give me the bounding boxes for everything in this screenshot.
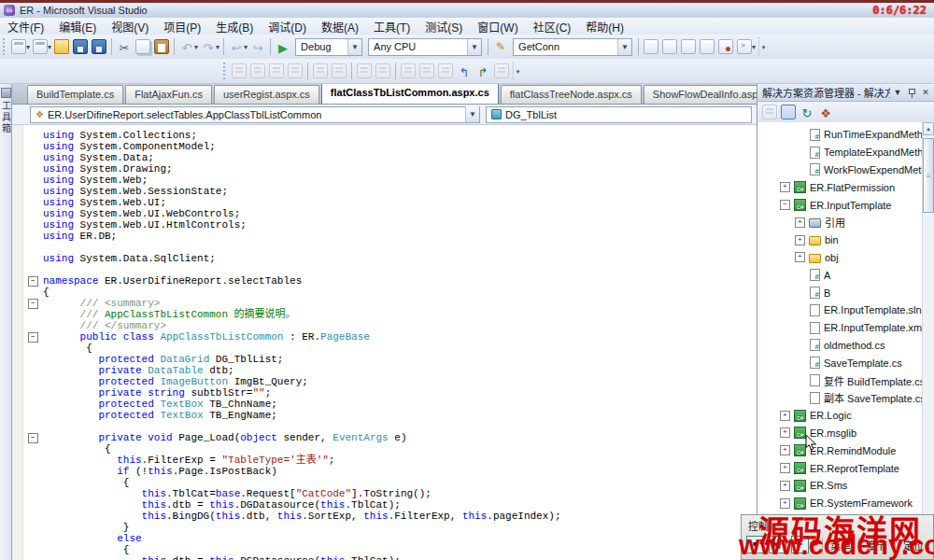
undo-icon[interactable] — [179, 39, 194, 54]
debug-config-combo[interactable]: Debug▼ — [295, 38, 362, 56]
tree-item[interactable]: A — [757, 266, 922, 284]
error-list-icon[interactable] — [718, 39, 733, 54]
menu-item-9[interactable]: 窗口(W) — [470, 18, 525, 35]
chevron-down-icon[interactable]: ▾ — [244, 43, 248, 51]
copy-icon[interactable] — [135, 39, 150, 54]
member-dropdown[interactable]: DG_TblList — [486, 106, 752, 123]
document-tab-2[interactable]: userRegist.aspx.cs — [214, 85, 319, 104]
document-tab-1[interactable]: FlatAjaxFun.cs — [125, 85, 212, 104]
tree-item[interactable]: RunTimeExpandMethod.cs — [757, 126, 922, 144]
chevron-down-icon[interactable]: ▾ — [216, 43, 219, 51]
tree-item[interactable]: −ER.InputTemplate — [757, 196, 922, 214]
find-icon[interactable] — [493, 39, 508, 54]
cut-icon[interactable] — [117, 39, 132, 54]
expand-icon[interactable]: + — [780, 411, 790, 421]
view-class-diagram-icon[interactable] — [818, 105, 833, 119]
tree-item[interactable]: ER.InputTemplate.xml — [757, 319, 922, 337]
fold-collapse-icon[interactable]: − — [28, 299, 38, 309]
navigate-forward-icon[interactable] — [250, 39, 265, 54]
chevron-down-icon[interactable]: ▼ — [617, 39, 631, 55]
show-all-files-icon[interactable] — [781, 105, 796, 119]
start-debug-icon[interactable] — [276, 39, 290, 54]
tree-item[interactable]: +引用 — [757, 214, 922, 231]
menu-item-5[interactable]: 调试(D) — [261, 18, 314, 35]
tree-item[interactable]: +ER.Sms — [757, 477, 922, 495]
chevron-down-icon[interactable]: ▼ — [467, 39, 481, 55]
menu-item-6[interactable]: 数据(A) — [314, 18, 366, 35]
next-bookmark-folder-icon[interactable] — [475, 63, 490, 78]
tree-item[interactable]: +ER.FlatPermission — [757, 178, 922, 196]
navigate-back-icon[interactable] — [229, 39, 244, 54]
code-text[interactable]: using System.Collections;using System.Co… — [23, 125, 757, 560]
find-combo[interactable]: GetConn▼ — [513, 38, 632, 56]
menu-item-0[interactable]: 文件(F) — [0, 18, 51, 35]
menu-item-3[interactable]: 项目(P) — [156, 18, 208, 35]
close-button[interactable]: ✕ — [919, 87, 932, 99]
tree-item[interactable]: +ER.RemindModule — [757, 441, 922, 459]
redo-icon[interactable] — [201, 39, 216, 54]
chevron-down-icon[interactable]: ▼ — [347, 39, 361, 55]
platform-combo[interactable]: Any CPU▼ — [368, 38, 482, 56]
tree-item[interactable]: WorkFlowExpendMethod.cs — [757, 161, 922, 179]
document-tab-4[interactable]: flatClassTreeNode.aspx.cs — [501, 85, 642, 104]
tree-item[interactable]: 副本 SaveTemplate.cs — [757, 389, 922, 407]
tree-item[interactable]: B — [757, 284, 922, 301]
document-tab-5[interactable]: ShowFlowDealInfo.aspx.cs — [644, 85, 757, 104]
window-position-menu-button[interactable]: ▼ — [891, 87, 904, 99]
menu-item-4[interactable]: 生成(B) — [208, 18, 261, 35]
prev-bookmark-folder-icon[interactable] — [457, 63, 472, 78]
tree-item[interactable]: TemplateExpandMethod.cs — [757, 144, 922, 161]
chevron-down-icon[interactable]: ▾ — [752, 43, 756, 51]
menu-item-1[interactable]: 编辑(E) — [51, 18, 104, 35]
tree-item[interactable]: +ER.ReprotTemplate — [757, 459, 922, 477]
object-browser-icon[interactable] — [681, 39, 696, 54]
toolbar-grip[interactable] — [222, 63, 227, 79]
chevron-down-icon[interactable]: ▾ — [194, 43, 198, 51]
add-item-icon[interactable] — [33, 39, 48, 54]
toolbar-grip[interactable] — [2, 38, 7, 55]
paste-icon[interactable] — [154, 39, 169, 54]
tree-item[interactable]: +ER.msglib — [757, 425, 922, 442]
chevron-down-icon[interactable]: ▾ — [48, 43, 51, 51]
collapse-icon[interactable]: − — [780, 200, 790, 210]
fold-collapse-icon[interactable]: − — [28, 433, 38, 443]
menu-item-11[interactable]: 帮助(H) — [578, 18, 631, 35]
expand-icon[interactable]: + — [795, 217, 805, 228]
tree-item[interactable]: oldmethod.cs — [757, 337, 922, 355]
toolbox-window-icon[interactable] — [700, 39, 715, 54]
tree-item[interactable]: +obj — [757, 249, 922, 267]
menu-item-8[interactable]: 测试(S) — [417, 18, 470, 35]
expand-icon[interactable]: + — [780, 463, 790, 473]
tree-item[interactable]: +bin — [757, 231, 922, 249]
expand-icon[interactable]: + — [780, 481, 790, 491]
breakpoint-margin[interactable] — [12, 125, 23, 560]
tree-scrollbar[interactable]: ▲ — [922, 122, 934, 560]
tree-item[interactable]: SaveTemplate.cs — [757, 354, 922, 371]
expand-icon[interactable]: + — [780, 445, 790, 455]
refresh-icon[interactable] — [800, 105, 814, 119]
tree-item[interactable]: 复件 BuildTemplate.cs — [757, 371, 922, 389]
open-file-icon[interactable] — [54, 39, 69, 54]
save-all-icon[interactable] — [92, 39, 106, 54]
chevron-down-icon[interactable]: ▼ — [465, 106, 479, 122]
toolbar-overflow-button[interactable]: ▾ — [758, 37, 768, 56]
toolbar-overflow-button[interactable]: ▾ — [513, 62, 522, 80]
tree-item[interactable]: ER.InputTemplate.sln — [757, 301, 922, 319]
code-editor[interactable]: using System.Collections;using System.Co… — [12, 125, 757, 560]
expand-icon[interactable]: + — [795, 235, 805, 245]
document-tab-0[interactable]: BuildTemplate.cs — [27, 85, 123, 104]
fold-collapse-icon[interactable]: − — [28, 276, 38, 287]
document-tab-3[interactable]: flatClassTbListCommon.aspx.cs — [321, 84, 499, 104]
fold-collapse-icon[interactable]: − — [28, 332, 38, 343]
expand-icon[interactable]: + — [780, 427, 790, 438]
chevron-down-icon[interactable]: ▾ — [26, 43, 30, 51]
auto-hide-pin-button[interactable] — [905, 87, 918, 99]
solution-explorer-icon[interactable] — [644, 39, 658, 54]
command-window-icon[interactable] — [737, 39, 752, 54]
properties-window-icon[interactable] — [662, 39, 677, 54]
new-project-icon[interactable] — [11, 39, 26, 54]
expand-icon[interactable]: + — [780, 182, 790, 192]
save-icon[interactable] — [73, 39, 88, 54]
class-dropdown[interactable]: ❖ ER.UserDifineReport.selectTables.AppCl… — [30, 106, 480, 123]
scroll-thumb[interactable] — [923, 138, 934, 213]
